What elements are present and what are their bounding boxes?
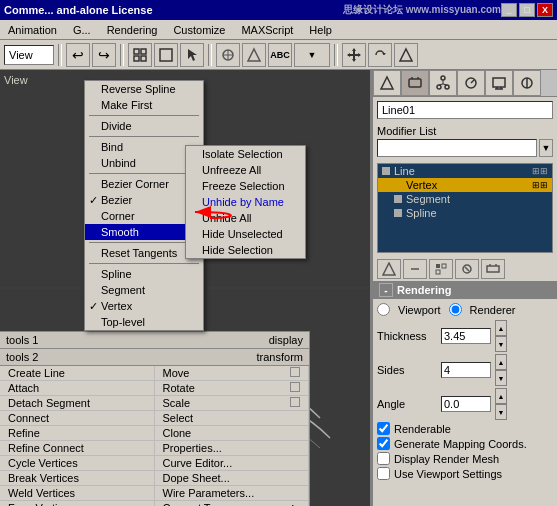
- ctx-divide[interactable]: Divide: [85, 118, 203, 134]
- toolbar-btn-3[interactable]: [128, 43, 152, 67]
- tool-connect[interactable]: Connect: [0, 411, 155, 426]
- thickness-down[interactable]: ▼: [495, 336, 507, 352]
- maximize-button[interactable]: □: [519, 3, 535, 17]
- svg-marker-9: [248, 49, 260, 61]
- stack-item-line[interactable]: Line ⊞⊞: [378, 164, 552, 178]
- cmd-tab-motion[interactable]: [457, 70, 485, 96]
- stack-btn-5[interactable]: [481, 259, 505, 279]
- ctx-hide-unselected[interactable]: Hide Unselected: [186, 226, 305, 242]
- renderable-checkbox[interactable]: [377, 422, 390, 435]
- menu-maxscript[interactable]: MAXScript: [233, 22, 301, 38]
- svg-marker-16: [382, 53, 386, 55]
- toolbar-sep4: [334, 44, 338, 66]
- sides-up[interactable]: ▲: [495, 354, 507, 370]
- viewport[interactable]: View: [0, 70, 372, 506]
- angle-input[interactable]: [441, 396, 491, 412]
- stack-item-segment[interactable]: Segment: [378, 192, 552, 206]
- stack-dot-vertex: [394, 181, 402, 189]
- rendering-section-header[interactable]: - Rendering: [373, 281, 557, 299]
- radio-renderer[interactable]: [449, 303, 462, 316]
- tool-refine[interactable]: Refine: [0, 426, 155, 441]
- tool-convert-to[interactable]: Convert To:▶: [155, 501, 310, 506]
- display-render-row: Display Render Mesh: [377, 452, 553, 465]
- stack-btn-3[interactable]: [429, 259, 453, 279]
- menu-help[interactable]: Help: [301, 22, 340, 38]
- view-dropdown[interactable]: View: [4, 45, 54, 65]
- angle-down[interactable]: ▼: [495, 404, 507, 420]
- ctx-unhide-by-name[interactable]: Unhide by Name: [186, 194, 305, 210]
- tool-move[interactable]: Move: [155, 366, 310, 381]
- tool-properties[interactable]: Properties...: [155, 441, 310, 456]
- tool-wire-parameters[interactable]: Wire Parameters...: [155, 486, 310, 501]
- toolbar-btn-select[interactable]: [180, 43, 204, 67]
- radio-viewport[interactable]: [377, 303, 390, 316]
- ctx-hide-selection[interactable]: Hide Selection: [186, 242, 305, 258]
- menu-g[interactable]: G...: [65, 22, 99, 38]
- ctx-isolate-selection[interactable]: Isolate Selection: [186, 146, 305, 162]
- tool-clone[interactable]: Clone: [155, 426, 310, 441]
- tool-rotate[interactable]: Rotate: [155, 381, 310, 396]
- minimize-button[interactable]: _: [501, 3, 517, 17]
- angle-up[interactable]: ▲: [495, 388, 507, 404]
- modifier-list-arrow[interactable]: ▼: [539, 139, 553, 157]
- cmd-tab-hierarchy[interactable]: [429, 70, 457, 96]
- use-viewport-checkbox[interactable]: [377, 467, 390, 480]
- tool-curve-editor[interactable]: Curve Editor...: [155, 456, 310, 471]
- toolbar-btn-dropdown[interactable]: ▼: [294, 43, 330, 67]
- thickness-input[interactable]: [441, 328, 491, 344]
- ctx-unfreeze-all[interactable]: Unfreeze All: [186, 162, 305, 178]
- toolbar-btn-4[interactable]: [154, 43, 178, 67]
- ctx-reverse-spline[interactable]: Reverse Spline: [85, 81, 203, 97]
- tool-fuse-vertices[interactable]: Fuse Vertices: [0, 501, 155, 506]
- svg-marker-17: [400, 49, 412, 61]
- toolbar-btn-scale[interactable]: [394, 43, 418, 67]
- ctx-unhide-all[interactable]: Unhide All: [186, 210, 305, 226]
- ctx-vertex[interactable]: Vertex ✓: [85, 298, 203, 314]
- sides-input[interactable]: [441, 362, 491, 378]
- toolbar-btn-6[interactable]: [242, 43, 266, 67]
- tool-weld-vertices[interactable]: Weld Vertices: [0, 486, 155, 501]
- ctx-make-first[interactable]: Make First: [85, 97, 203, 113]
- ctx-segment[interactable]: Segment: [85, 282, 203, 298]
- toolbar-btn-2[interactable]: ↪: [92, 43, 116, 67]
- cmd-tab-utilities[interactable]: [513, 70, 541, 96]
- stack-item-vertex[interactable]: Vertex ⊞⊞: [378, 178, 552, 192]
- stack-btn-4[interactable]: [455, 259, 479, 279]
- ctx-spline[interactable]: Spline: [85, 266, 203, 282]
- tool-detach-segment[interactable]: Detach Segment: [0, 396, 155, 411]
- ctx-freeze-selection[interactable]: Freeze Selection: [186, 178, 305, 194]
- svg-rect-1: [141, 49, 146, 54]
- cmd-tab-modify[interactable]: [401, 70, 429, 96]
- menu-customize[interactable]: Customize: [165, 22, 233, 38]
- toolbar-btn-1[interactable]: ↩: [66, 43, 90, 67]
- tool-create-line[interactable]: Create Line: [0, 366, 155, 381]
- cmd-tab-create[interactable]: [373, 70, 401, 96]
- thickness-up[interactable]: ▲: [495, 320, 507, 336]
- toolbar-btn-5[interactable]: [216, 43, 240, 67]
- toolbar-btn-move[interactable]: [342, 43, 366, 67]
- tool-refine-connect[interactable]: Refine Connect: [0, 441, 155, 456]
- tool-attach[interactable]: Attach: [0, 381, 155, 396]
- menu-rendering[interactable]: Rendering: [99, 22, 166, 38]
- mapping-coords-checkbox[interactable]: [377, 437, 390, 450]
- close-button[interactable]: X: [537, 3, 553, 17]
- stack-item-spline[interactable]: Spline: [378, 206, 552, 220]
- tool-scale[interactable]: Scale: [155, 396, 310, 411]
- stack-btn-1[interactable]: [377, 259, 401, 279]
- toolbar-btn-rotate[interactable]: [368, 43, 392, 67]
- tool-select[interactable]: Select: [155, 411, 310, 426]
- tool-dope-sheet[interactable]: Dope Sheet...: [155, 471, 310, 486]
- modifier-list-dropdown[interactable]: [377, 139, 537, 157]
- menu-animation[interactable]: Animation: [0, 22, 65, 38]
- tool-cycle-vertices[interactable]: Cycle Vertices: [0, 456, 155, 471]
- toolbar-btn-7[interactable]: ABC: [268, 43, 292, 67]
- rendering-collapse-btn[interactable]: -: [379, 283, 393, 297]
- sides-down[interactable]: ▼: [495, 370, 507, 386]
- stack-btn-2[interactable]: [403, 259, 427, 279]
- cmd-tab-display[interactable]: [485, 70, 513, 96]
- tool-break-vertices[interactable]: Break Vertices: [0, 471, 155, 486]
- ctx-top-level[interactable]: Top-level: [85, 314, 203, 330]
- display-render-checkbox[interactable]: [377, 452, 390, 465]
- object-name-input[interactable]: [377, 101, 553, 119]
- toolbar-sep2: [120, 44, 124, 66]
